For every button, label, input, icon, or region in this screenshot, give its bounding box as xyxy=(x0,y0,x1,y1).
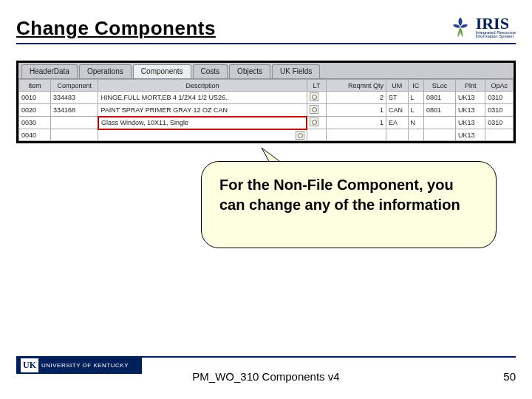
tab-operations[interactable]: Operations xyxy=(79,64,132,78)
table-row[interactable]: 0010 334483 HINGE,FULL MORT,EB 4 1/2X4 1… xyxy=(19,92,514,104)
components-table: Item Component Description LT Reqmnt Qty… xyxy=(18,79,514,141)
tab-costs[interactable]: Costs xyxy=(193,64,228,78)
cell-um[interactable]: ST xyxy=(386,92,409,104)
col-opac: OpAc xyxy=(485,80,514,92)
table-row[interactable]: 0030 Glass Window, 10X11, Single 1 EA N … xyxy=(19,117,514,129)
slide-header: Change Components IRIS Integrated Resour… xyxy=(16,12,516,44)
cell-opac[interactable]: 0310 xyxy=(485,117,514,129)
cell-opac[interactable]: 0310 xyxy=(485,104,514,117)
col-lt: LT xyxy=(307,80,327,92)
search-help-icon[interactable] xyxy=(310,117,318,126)
cell-component[interactable]: 334168 xyxy=(50,104,98,117)
tab-ukfields[interactable]: UK Fields xyxy=(272,64,320,78)
cell-item[interactable]: 0020 xyxy=(19,104,51,117)
tab-headerdata[interactable]: HeaderData xyxy=(21,64,78,78)
cell-sloc[interactable]: 0801 xyxy=(424,92,456,104)
cell-item[interactable]: 0010 xyxy=(19,92,51,104)
components-panel: HeaderData Operations Components Costs O… xyxy=(16,61,516,143)
search-help-icon[interactable] xyxy=(310,92,318,101)
col-item: Item xyxy=(19,80,51,92)
callout-text: For the Non-File Component, you can chan… xyxy=(219,177,460,213)
cell-qty[interactable]: 1 xyxy=(327,117,386,129)
col-um: UM xyxy=(386,80,409,92)
table-row[interactable]: 0020 334168 PAINT SPRAY PRIMER GRAY 12 O… xyxy=(19,104,514,117)
col-reqmnt-qty: Reqmnt Qty xyxy=(327,80,386,92)
cell-um[interactable]: CAN xyxy=(386,104,409,117)
cell-lt[interactable] xyxy=(307,104,327,117)
cell-item[interactable]: 0040 xyxy=(19,129,51,141)
cell-description[interactable]: PAINT SPRAY PRIMER GRAY 12 OZ CAN xyxy=(98,104,307,117)
cell-description[interactable] xyxy=(98,129,307,141)
cell-opac[interactable] xyxy=(485,129,514,141)
cell-opac[interactable]: 0310 xyxy=(485,92,514,104)
cell-description-highlighted[interactable]: Glass Window, 10X11, Single xyxy=(98,117,307,129)
cell-ic[interactable]: L xyxy=(408,104,423,117)
tab-objects[interactable]: Objects xyxy=(229,64,270,78)
col-ic: IC xyxy=(408,80,423,92)
iris-name: IRIS xyxy=(476,16,516,31)
cell-lt[interactable] xyxy=(307,117,327,129)
cell-description[interactable]: HINGE,FULL MORT,EB 4 1/2X4 1/2 US26.. xyxy=(98,92,307,104)
tab-components[interactable]: Components xyxy=(133,64,191,78)
cell-um[interactable] xyxy=(386,129,409,141)
page-title: Change Components xyxy=(16,17,216,40)
tab-strip: HeaderData Operations Components Costs O… xyxy=(18,63,514,79)
iris-sub2: Information System xyxy=(476,35,516,38)
cell-component[interactable] xyxy=(50,117,98,129)
cell-um[interactable]: EA xyxy=(386,117,409,129)
cell-sloc[interactable] xyxy=(424,129,456,141)
table-header-row: Item Component Description LT Reqmnt Qty… xyxy=(19,80,514,92)
iris-logo: IRIS Integrated Resource Information Sys… xyxy=(448,15,516,40)
cell-sloc[interactable] xyxy=(424,117,456,129)
search-help-icon[interactable] xyxy=(296,131,304,140)
col-component: Component xyxy=(50,80,98,92)
footer-center: PM_WO_310 Components v4 xyxy=(0,370,532,383)
iris-flower-icon xyxy=(448,15,473,40)
cell-plnt[interactable]: UK13 xyxy=(456,129,485,141)
col-plnt: Plnt xyxy=(456,80,485,92)
cell-plnt[interactable]: UK13 xyxy=(456,104,485,117)
cell-plnt[interactable]: UK13 xyxy=(456,117,485,129)
cell-plnt[interactable]: UK13 xyxy=(456,92,485,104)
cell-component[interactable]: 334483 xyxy=(50,92,98,104)
cell-item[interactable]: 0030 xyxy=(19,117,51,129)
cell-ic[interactable]: N xyxy=(408,117,423,129)
cell-sloc[interactable]: 0801 xyxy=(424,104,456,117)
search-help-icon[interactable] xyxy=(310,105,318,114)
cell-qty[interactable]: 1 xyxy=(327,104,386,117)
col-sloc: SLoc xyxy=(424,80,456,92)
callout-bubble: For the Non-File Component, you can chan… xyxy=(201,161,497,248)
cell-lt[interactable] xyxy=(307,129,327,141)
page-number: 50 xyxy=(503,370,516,383)
cell-qty[interactable]: 2 xyxy=(327,92,386,104)
table-row[interactable]: 0040 UK13 xyxy=(19,129,514,141)
uk-text: UNIVERSITY OF KENTUCKY xyxy=(41,362,129,369)
cell-qty[interactable] xyxy=(327,129,386,141)
cell-ic[interactable]: L xyxy=(408,92,423,104)
col-description: Description xyxy=(98,80,307,92)
cell-ic[interactable] xyxy=(408,129,423,141)
cell-component[interactable] xyxy=(50,129,98,141)
cell-lt[interactable] xyxy=(307,92,327,104)
